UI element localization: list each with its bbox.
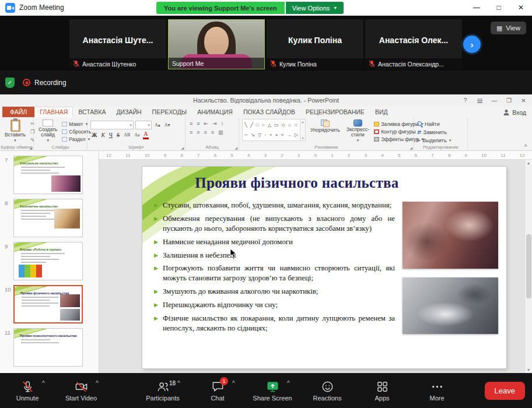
select-button[interactable]: ▶Выделить▼ [417, 138, 452, 143]
decrease-indent-icon[interactable]: ⇤ [203, 121, 210, 127]
scroll-down-icon[interactable]: ▼ [527, 368, 531, 372]
unmute-button[interactable]: ^ Unmute [7, 380, 48, 402]
align-right-icon[interactable]: ≡ [203, 129, 208, 136]
ribbon-options-button[interactable]: ▤ [473, 94, 487, 106]
strikethrough-button[interactable]: S [116, 132, 121, 139]
slide-title[interactable]: Прояви фізичного насильства [158, 175, 436, 191]
font-size-combo[interactable]: ▾ [135, 121, 152, 129]
share-screen-button[interactable]: ^ Share Screen [252, 380, 293, 402]
numbering-icon[interactable]: ≡ [195, 121, 201, 127]
current-slide[interactable]: Прояви фізичного насильства ▶ Стусани, ш… [142, 167, 506, 368]
chevron-up-icon[interactable]: ^ [96, 380, 99, 385]
shape-rect-icon[interactable]: □ [256, 123, 259, 128]
maximize-button[interactable]: □ [488, 0, 510, 15]
chevron-up-icon[interactable]: ^ [42, 380, 45, 385]
line-spacing-icon[interactable]: ↕ [220, 121, 225, 127]
quick-styles-button[interactable]: Экспресс-стили ▼ [345, 119, 372, 143]
ribbon-tab[interactable]: ВСТАВКА [73, 107, 111, 117]
chevron-up-icon[interactable]: ^ [177, 380, 180, 385]
next-participants-button[interactable]: › [463, 36, 481, 53]
help-button[interactable]: ? [458, 94, 473, 106]
ribbon-tab[interactable]: ГЛАВНАЯ [34, 107, 73, 117]
paste-button[interactable]: Вставить ▼ [3, 119, 27, 143]
editor-vertical-scrollbar[interactable]: ▲ ▼ [524, 160, 532, 373]
shape-tri-down-icon[interactable]: ▽ [258, 133, 261, 138]
leave-meeting-button[interactable]: Leave [485, 382, 525, 400]
dialog-launcher-icon[interactable]: ◢ [235, 146, 237, 150]
font-name-combo[interactable]: ▾ [90, 121, 134, 129]
slide-bullet-list[interactable]: ▶ Стусани, штовхання, побої, удушення, ш… [154, 201, 395, 337]
slide-thumbnail-7[interactable]: 7 Сексуальне насильство [5, 156, 96, 194]
shape-triangle-icon[interactable]: △ [268, 123, 271, 128]
ppt-close-button[interactable]: ✕ [516, 94, 531, 106]
signin-button[interactable]: Вход [498, 109, 532, 117]
chevron-up-icon[interactable]: ^ [287, 380, 290, 385]
shrink-font-button[interactable]: А▾ [163, 122, 172, 128]
shape-larrow-icon[interactable]: → [286, 133, 291, 138]
participant-tile-4[interactable]: Анастасія Олек... Анастасія Олександр... [365, 19, 462, 69]
ppt-restore-button[interactable]: ❐ [502, 94, 516, 106]
ribbon-tab[interactable]: ФАЙЛ [2, 107, 34, 117]
reactions-button[interactable]: Reactions [307, 380, 348, 402]
slide-thumbnail-11[interactable]: 11 Прояви психологічного насильства [5, 328, 96, 367]
participant-tile-3[interactable]: Кулик Поліна Кулик Поліна [267, 19, 363, 69]
reset-button[interactable]: Сбросить [62, 129, 91, 135]
slide-thumbnail-8[interactable]: 8 Економічне насильство [5, 199, 96, 237]
char-spacing-button[interactable]: АВ [123, 132, 131, 138]
minimize-button[interactable]: — [466, 0, 488, 15]
arrange-button[interactable]: Упорядочить [309, 119, 342, 143]
dialog-launcher-icon[interactable]: ◢ [181, 146, 184, 150]
shape-hline-icon[interactable]: ─ [244, 133, 248, 138]
slide-thumbnail-10-selected[interactable]: 10 Прояви фізичного насильства [5, 285, 96, 323]
ribbon-tab[interactable]: АНИМАЦИЯ [192, 107, 238, 117]
dialog-launcher-icon[interactable]: ◢ [410, 146, 412, 150]
shape-arrow-icon[interactable]: ↘ [251, 133, 255, 138]
chat-button[interactable]: 1 ^ Chat [197, 380, 238, 402]
align-left-icon[interactable]: ≡ [188, 129, 194, 136]
bold-button[interactable]: Ж [90, 132, 98, 139]
shape-home-icon[interactable]: ⌂ [288, 123, 291, 128]
shape-wave-icon[interactable]: ≈ [281, 133, 284, 138]
ribbon-tab[interactable]: ПЕРЕХОДЫ [147, 107, 192, 117]
scroll-up-icon[interactable]: ▲ [527, 161, 531, 165]
shape-star-icon[interactable]: ☆ [294, 123, 298, 128]
view-options-button[interactable]: View Options ▼ [286, 2, 344, 14]
slide-thumbnail-9[interactable]: 9 Вправа «Робота в групах» [5, 242, 96, 280]
grow-font-button[interactable]: А▴ [153, 122, 162, 128]
view-layout-button[interactable]: ▦ View [491, 22, 526, 34]
shape-plus-icon[interactable]: + [270, 133, 272, 138]
italic-button[interactable]: К [100, 132, 106, 139]
participants-button[interactable]: 18 ^ Participants [142, 380, 183, 402]
layout-button[interactable]: Макет▼ [62, 121, 91, 127]
replace-button[interactable]: ⇄Заменить [417, 129, 452, 135]
shape-x-icon[interactable]: × [275, 133, 278, 138]
bullets-icon[interactable]: ≡ [188, 121, 194, 127]
find-button[interactable]: Найти [417, 121, 452, 127]
dialog-launcher-icon[interactable]: ◢ [29, 146, 32, 150]
shape-rect2-icon[interactable]: ▭ [274, 123, 279, 128]
shape-line2-icon[interactable]: ╱ [250, 123, 253, 128]
collapse-ribbon-icon[interactable]: ˄ [524, 143, 527, 149]
close-button[interactable]: ✕ [510, 0, 532, 15]
participant-tile-1[interactable]: Анастасія Шуте... Анастасія Шутенко [69, 19, 166, 69]
section-button[interactable]: Раздел▼ [62, 136, 91, 142]
shape-dot-icon[interactable]: ◦ [265, 133, 267, 138]
ribbon-tab[interactable]: ПОКАЗ СЛАЙДОВ [238, 107, 300, 117]
start-video-button[interactable]: ^ Start Video [61, 380, 102, 402]
font-color-button[interactable]: А [143, 132, 149, 139]
ribbon-tab[interactable]: РЕЦЕНЗИРОВАНИЕ [300, 107, 370, 117]
shapes-scrollbar[interactable]: ▲▼ [300, 119, 306, 141]
security-shield-icon[interactable]: ✓ [5, 78, 15, 88]
new-slide-button[interactable]: Создать слайд ▼ [37, 119, 59, 143]
chevron-up-icon[interactable]: ^ [232, 380, 235, 385]
ppt-minimize-button[interactable]: — [487, 94, 502, 106]
columns-icon[interactable]: ▥ [217, 129, 225, 136]
ribbon-tab[interactable]: ДИЗАЙН [111, 107, 146, 117]
change-case-button[interactable]: Аа [133, 132, 141, 138]
shape-pent-icon[interactable]: ▷ [295, 133, 298, 138]
justify-icon[interactable]: ≡ [210, 129, 215, 136]
participant-tile-support-me-video[interactable]: Support Me [168, 19, 265, 69]
increase-indent-icon[interactable]: ⇥ [211, 121, 218, 127]
underline-button[interactable]: Ч [108, 132, 114, 139]
scrollbar-thumb[interactable] [526, 234, 531, 298]
